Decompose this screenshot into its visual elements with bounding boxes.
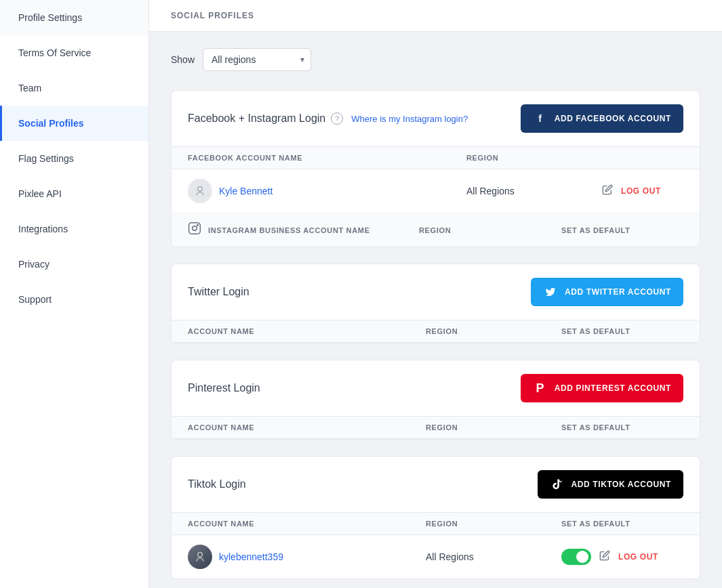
main-content: SOCIAL PROFILES Show All regions Region … (149, 0, 722, 588)
facebook-account-row: Kyle Bennett All Regions LOG OUT (172, 169, 700, 213)
pinterest-card-title: Pinterest Login (188, 382, 260, 394)
facebook-edit-icon[interactable] (602, 184, 613, 198)
sidebar-item-terms-of-service[interactable]: Terms Of Service (0, 35, 148, 70)
facebook-table-header: FACEBOOK ACCOUNT NAME REGION (172, 147, 700, 169)
show-label: Show (171, 54, 195, 65)
facebook-card-title: Facebook + Instagram Login ? Where is my… (188, 112, 468, 125)
sidebar-item-integrations[interactable]: Integrations (0, 211, 148, 247)
pinterest-icon: P (533, 381, 548, 396)
tiktok-table-header: ACCOUNT NAME REGION SET AS DEFAULT (172, 513, 700, 535)
instagram-login-link[interactable]: Where is my Instagram login? (351, 114, 468, 124)
add-tiktok-button[interactable]: ADD TIKTOK ACCOUNT (538, 470, 683, 499)
sidebar-item-profile-settings[interactable]: Profile Settings (0, 0, 148, 35)
facebook-logout-button[interactable]: LOG OUT (621, 186, 661, 196)
tiktok-action-cell: LOG OUT (561, 549, 683, 565)
svg-point-0 (198, 186, 203, 191)
facebook-user-name[interactable]: Kyle Bennett (219, 186, 273, 196)
instagram-icon (188, 222, 201, 238)
add-twitter-button[interactable]: ADD TWITTER ACCOUNT (531, 278, 683, 306)
svg-point-4 (198, 552, 203, 557)
tiktok-card-header: Tiktok Login ADD TIKTOK ACCOUNT (172, 457, 700, 513)
sidebar-item-pixlee-api[interactable]: Pixlee API (0, 176, 148, 211)
twitter-card: Twitter Login ADD TWITTER ACCOUNT ACCOUN… (171, 264, 700, 343)
tiktok-account-region: All Regions (426, 551, 561, 562)
tiktok-account-row: kylebennett359 All Regions (172, 535, 700, 579)
tiktok-logout-button[interactable]: LOG OUT (618, 552, 658, 562)
sidebar-item-team[interactable]: Team (0, 70, 148, 106)
svg-point-3 (197, 225, 199, 226)
content-area: Show All regions Region 1 Region 2 ▾ Fac… (149, 32, 722, 588)
facebook-action-cell: LOG OUT (602, 184, 683, 198)
sidebar: Profile Settings Terms Of Service Team S… (0, 0, 149, 588)
add-pinterest-button[interactable]: P ADD PINTEREST ACCOUNT (521, 374, 683, 402)
facebook-icon: f (533, 111, 548, 126)
pinterest-card-header: Pinterest Login P ADD PINTEREST ACCOUNT (172, 360, 700, 417)
facebook-user-cell: Kyle Bennett (188, 179, 466, 203)
facebook-account-region: All Regions (466, 186, 602, 196)
tiktok-icon (550, 477, 565, 492)
facebook-help-icon[interactable]: ? (331, 112, 343, 125)
instagram-business-row: INSTAGRAM BUSINESS ACCOUNT NAME REGION S… (172, 213, 700, 247)
tiktok-user-name[interactable]: kylebennett359 (219, 551, 283, 562)
sidebar-item-social-profiles[interactable]: Social Profiles (0, 106, 148, 141)
tiktok-card: Tiktok Login ADD TIKTOK ACCOUNT ACCOUNT … (171, 456, 700, 579)
tiktok-avatar (188, 545, 212, 569)
pinterest-table-header: ACCOUNT NAME REGION SET AS DEFAULT (172, 417, 700, 439)
show-filter-row: Show All regions Region 1 Region 2 ▾ (171, 48, 700, 71)
sidebar-item-privacy[interactable]: Privacy (0, 247, 148, 282)
add-facebook-button[interactable]: f ADD FACEBOOK ACCOUNT (521, 104, 683, 133)
tiktok-edit-icon[interactable] (599, 550, 610, 564)
pinterest-card: Pinterest Login P ADD PINTEREST ACCOUNT … (171, 360, 700, 440)
twitter-card-title: Twitter Login (188, 286, 249, 298)
twitter-icon (543, 285, 558, 299)
svg-point-2 (193, 226, 197, 231)
svg-rect-1 (189, 223, 201, 234)
tiktok-user-cell: kylebennett359 (188, 545, 426, 569)
facebook-card: Facebook + Instagram Login ? Where is my… (171, 90, 700, 247)
page-title: SOCIAL PROFILES (149, 0, 722, 32)
sidebar-item-support[interactable]: Support (0, 282, 148, 317)
facebook-avatar (188, 179, 212, 203)
twitter-card-header: Twitter Login ADD TWITTER ACCOUNT (172, 264, 700, 320)
tiktok-card-title: Tiktok Login (188, 478, 246, 490)
facebook-card-header: Facebook + Instagram Login ? Where is my… (172, 91, 700, 147)
sidebar-item-flag-settings[interactable]: Flag Settings (0, 141, 148, 176)
tiktok-default-toggle[interactable] (561, 549, 591, 565)
twitter-table-header: ACCOUNT NAME REGION SET AS DEFAULT (172, 320, 700, 343)
region-select[interactable]: All regions Region 1 Region 2 (203, 48, 311, 71)
